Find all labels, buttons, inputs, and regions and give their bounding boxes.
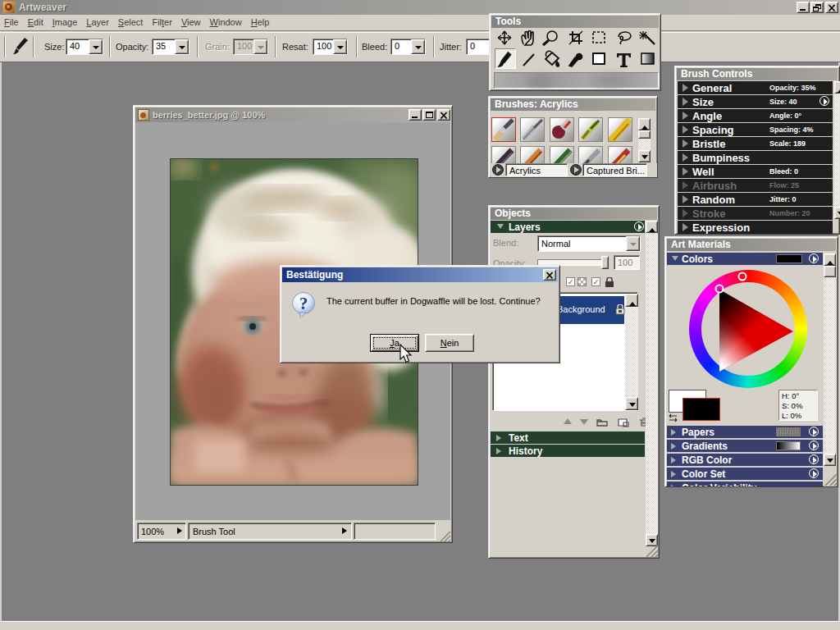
svg-text:?: ?	[299, 294, 308, 313]
